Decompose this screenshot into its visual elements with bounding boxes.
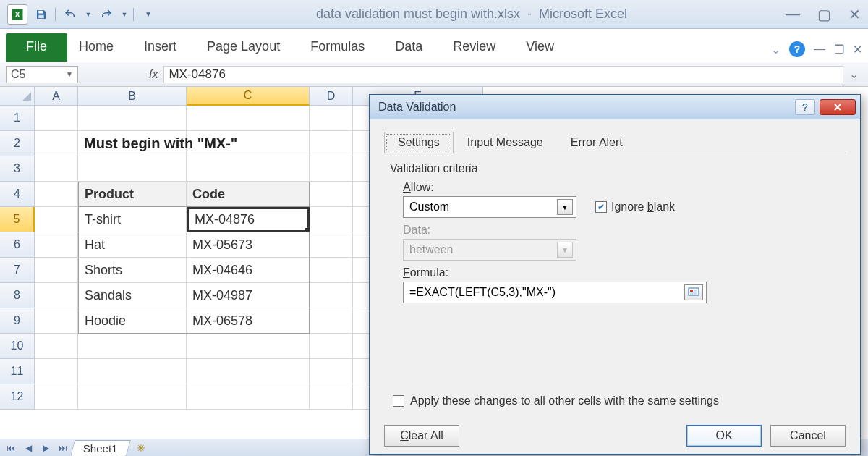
table-cell[interactable]: MX-04987 (187, 283, 310, 308)
table-cell[interactable]: MX-04646 (187, 258, 310, 283)
table-cell[interactable]: MX-05673 (187, 232, 310, 258)
save-icon[interactable] (32, 5, 51, 24)
sheet-nav-first-icon[interactable]: ⏮ (3, 442, 19, 455)
workbook-restore-icon[interactable]: ❐ (834, 43, 844, 56)
ignore-blank-checkbox[interactable]: ✔ Ignore blank (595, 200, 675, 214)
cell[interactable] (310, 156, 353, 182)
cell[interactable] (310, 359, 353, 384)
workbook-minimize-icon[interactable]: ― (814, 43, 825, 56)
cell[interactable] (187, 359, 310, 384)
cell[interactable] (78, 384, 187, 410)
row-header[interactable]: 10 (0, 334, 35, 359)
row-header[interactable]: 1 (0, 106, 35, 131)
chevron-down-icon[interactable]: ▼ (557, 199, 573, 215)
dialog-help-icon[interactable]: ? (795, 99, 815, 115)
row-header[interactable]: 8 (0, 283, 35, 308)
column-header[interactable]: C (187, 87, 310, 106)
table-header[interactable]: Product (78, 182, 187, 207)
cell[interactable] (310, 308, 353, 334)
new-sheet-icon[interactable]: ✳ (130, 442, 152, 454)
tab-home[interactable]: Home (79, 39, 114, 54)
sheet-nav-next-icon[interactable]: ▶ (38, 442, 54, 455)
ok-button[interactable]: OK (686, 425, 762, 447)
table-cell[interactable]: MX-06578 (187, 308, 310, 334)
cell[interactable] (35, 359, 78, 384)
cell[interactable] (310, 232, 353, 258)
row-header[interactable]: 2 (0, 131, 35, 156)
tab-formulas[interactable]: Formulas (310, 39, 365, 54)
table-cell[interactable]: MX-04876 (187, 207, 310, 232)
allow-combobox[interactable]: Custom ▼ (403, 196, 576, 218)
dialog-close-icon[interactable] (820, 99, 856, 115)
file-tab[interactable]: File (6, 33, 67, 62)
apply-all-checkbox[interactable]: Apply these changes to all other cells w… (393, 394, 719, 408)
cell[interactable] (35, 156, 78, 182)
cancel-button[interactable]: Cancel (770, 425, 846, 447)
tab-settings[interactable]: Settings (384, 132, 454, 153)
cell[interactable] (35, 106, 78, 131)
cell[interactable] (35, 182, 78, 207)
cell[interactable] (187, 156, 310, 182)
range-picker-icon[interactable] (684, 284, 703, 300)
redo-dropdown-icon[interactable]: ▼ (120, 5, 129, 24)
table-cell[interactable]: Hoodie (78, 308, 187, 334)
row-header[interactable]: 11 (0, 359, 35, 384)
undo-dropdown-icon[interactable]: ▼ (84, 5, 93, 24)
help-icon[interactable]: ? (789, 41, 805, 57)
cell[interactable] (78, 334, 187, 359)
cell[interactable] (310, 106, 353, 131)
tab-page-layout[interactable]: Page Layout (207, 39, 280, 54)
cell[interactable] (35, 334, 78, 359)
dialog-title-bar[interactable]: Data Validation ? (370, 95, 860, 119)
cell[interactable] (310, 283, 353, 308)
sheet-nav-last-icon[interactable]: ⏭ (55, 442, 71, 455)
row-header[interactable]: 5 (0, 207, 35, 232)
cell[interactable] (187, 106, 310, 131)
redo-icon[interactable] (97, 5, 116, 24)
column-header[interactable]: B (78, 87, 187, 106)
clear-all-button[interactable]: Clear All (384, 425, 459, 447)
column-header[interactable]: A (35, 87, 78, 106)
column-header[interactable]: D (310, 87, 353, 106)
cell[interactable] (78, 106, 187, 131)
minimize-icon[interactable]: ― (786, 6, 800, 23)
name-box[interactable]: C5▼ (6, 66, 78, 83)
cell[interactable] (78, 359, 187, 384)
cell[interactable] (310, 131, 353, 156)
row-header[interactable]: 7 (0, 258, 35, 283)
tab-data[interactable]: Data (395, 39, 422, 54)
cell[interactable] (310, 334, 353, 359)
select-all-corner[interactable] (0, 87, 35, 106)
row-header[interactable]: 4 (0, 182, 35, 207)
tab-review[interactable]: Review (453, 39, 495, 54)
cell[interactable] (310, 182, 353, 207)
fx-icon[interactable]: fx (149, 68, 158, 81)
cell[interactable] (78, 156, 187, 182)
cell[interactable] (187, 334, 310, 359)
cell[interactable] (35, 384, 78, 410)
title-cell[interactable]: Must begin with "MX-" (78, 131, 310, 156)
formula-input[interactable]: MX-04876 (163, 66, 843, 83)
row-header[interactable]: 9 (0, 308, 35, 334)
workbook-close-icon[interactable]: ✕ (853, 43, 862, 56)
formula-field[interactable]: =EXACT(LEFT(C5,3),"MX-") (403, 282, 707, 303)
sheet-nav-prev-icon[interactable]: ◀ (20, 442, 36, 455)
formula-expand-icon[interactable]: ⌄ (849, 67, 862, 81)
cell[interactable] (187, 384, 310, 410)
cell[interactable] (35, 258, 78, 283)
cell[interactable] (310, 258, 353, 283)
table-cell[interactable]: Shorts (78, 258, 187, 283)
cell[interactable] (35, 131, 78, 156)
tab-view[interactable]: View (526, 39, 554, 54)
table-cell[interactable]: Hat (78, 232, 187, 258)
sheet-tab[interactable]: Sheet1 (70, 440, 130, 456)
row-header[interactable]: 6 (0, 232, 35, 258)
close-icon[interactable]: ✕ (848, 6, 861, 23)
tab-error-alert[interactable]: Error Alert (557, 132, 637, 153)
cell[interactable] (35, 232, 78, 258)
table-cell[interactable]: T-shirt (78, 207, 187, 232)
table-cell[interactable]: Sandals (78, 283, 187, 308)
tab-input-message[interactable]: Input Message (454, 132, 557, 153)
cell[interactable] (35, 283, 78, 308)
cell[interactable] (35, 308, 78, 334)
